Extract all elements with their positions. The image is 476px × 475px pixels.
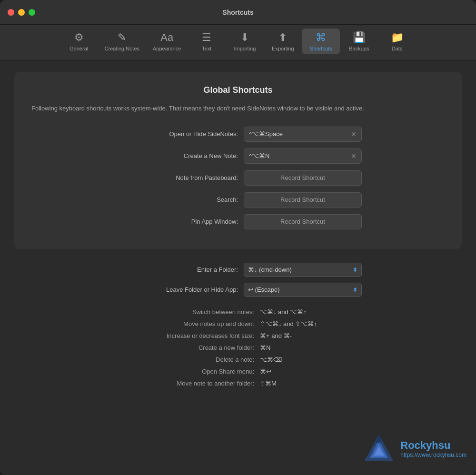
record-shortcut-search-button[interactable]: Record Shortcut [244, 192, 362, 208]
tab-data-label: Data [392, 46, 403, 51]
backups-icon: 💾 [353, 31, 366, 44]
tab-shortcuts-label: Shortcuts [310, 46, 332, 51]
info-row-switch-notes: Switch between notes: ⌥⌘↓ and ⌥⌘↑ [29, 308, 447, 316]
shortcuts-icon: ⌘ [316, 31, 326, 44]
dropdown-leave-folder-chevron-icon: ⬍ [353, 287, 357, 293]
tab-backups-label: Backups [349, 46, 369, 51]
tab-backups[interactable]: 💾 Backups [340, 29, 378, 54]
info-label-new-folder: Create a new folder: [111, 344, 254, 351]
app-window: Shortcuts ⚙ General ✎ Creating Notes Aa … [0, 0, 476, 475]
clear-open-hide-button[interactable]: ✕ [351, 131, 357, 138]
tab-text[interactable]: ☰ Text [188, 29, 226, 54]
record-shortcut-pasteboard-button[interactable]: Record Shortcut [244, 170, 362, 186]
tab-shortcuts[interactable]: ⌘ Shortcuts [302, 29, 340, 54]
dropdown-label-leave-folder: Leave Folder or Hide App: [114, 286, 238, 293]
toolbar: ⚙ General ✎ Creating Notes Aa Appearance… [0, 25, 476, 60]
dropdown-value-leave-folder: ↩ (Escape) [248, 286, 280, 293]
shortcut-row-pasteboard: Note from Pasteboard: Record Shortcut [31, 170, 445, 186]
info-label-move-folder: Move note to another folder: [111, 380, 254, 387]
tab-general[interactable]: ⚙ General [60, 29, 98, 54]
info-value-switch-notes: ⌥⌘↓ and ⌥⌘↑ [260, 308, 365, 316]
card-description: Following keyboard shortcuts works syste… [31, 104, 445, 113]
info-value-move-folder: ⇧⌘M [260, 380, 365, 387]
importing-icon: ⬇ [240, 31, 249, 44]
tab-exporting-label: Exporting [272, 46, 294, 51]
dropdown-value-enter-folder: ⌘↓ (cmd-down) [248, 266, 292, 273]
dropdown-enter-folder-chevron-icon: ⬍ [353, 267, 357, 273]
main-content: Global Shortcuts Following keyboard shor… [0, 60, 476, 403]
tab-exporting[interactable]: ⬆ Exporting [264, 29, 302, 54]
svg-marker-5 [376, 435, 382, 443]
watermark: Rockyhsu https://www.rockyhsu.com [362, 432, 466, 465]
clear-new-note-button[interactable]: ✕ [351, 153, 357, 159]
dropdown-enter-folder-text: ⌘↓ (cmd-down) [248, 266, 292, 273]
dropdown-leave-folder-text: ↩ (Escape) [248, 286, 280, 293]
tab-general-label: General [69, 46, 88, 51]
info-value-new-folder: ⌘N [260, 344, 365, 351]
info-row-new-folder: Create a new folder: ⌘N [29, 344, 447, 351]
shortcut-label-new-note: Create a New Note: [114, 152, 238, 159]
exporting-icon: ⬆ [278, 31, 287, 44]
watermark-logo-icon [362, 432, 396, 465]
info-value-delete-note: ⌥⌘⌫ [260, 356, 365, 363]
watermark-url: https://www.rockyhsu.com [400, 452, 466, 458]
dropdown-select-enter-folder[interactable]: ⌘↓ (cmd-down) ⬍ [244, 263, 362, 277]
shortcut-row-pin: Pin App Window: Record Shortcut [31, 214, 445, 229]
info-row-move-folder: Move note to another folder: ⇧⌘M [29, 380, 447, 387]
info-label-font-size: Increase or decreases font size: [111, 332, 254, 339]
info-label-move-notes: Move notes up and down: [111, 320, 254, 327]
general-icon: ⚙ [74, 31, 84, 44]
window-title: Shortcuts [222, 9, 253, 16]
main-wrapper: Global Shortcuts Following keyboard shor… [0, 60, 476, 475]
data-icon: 📁 [391, 31, 404, 44]
info-section: Switch between notes: ⌥⌘↓ and ⌥⌘↑ Move n… [14, 308, 462, 387]
dropdown-select-leave-folder[interactable]: ↩ (Escape) ⬍ [244, 283, 362, 297]
record-shortcut-pin-button[interactable]: Record Shortcut [244, 214, 362, 229]
tab-appearance[interactable]: Aa Appearance [146, 29, 188, 54]
tab-data[interactable]: 📁 Data [378, 29, 416, 54]
appearance-icon: Aa [160, 31, 173, 44]
card-title: Global Shortcuts [31, 85, 445, 95]
info-value-move-notes: ⇧⌥⌘↓ and ⇧⌥⌘↑ [260, 320, 365, 327]
creating-notes-icon: ✎ [118, 31, 126, 44]
shortcut-row-search: Search: Record Shortcut [31, 192, 445, 208]
shortcut-value-new-note: ^⌥⌘N [249, 152, 270, 159]
watermark-text: Rockyhsu https://www.rockyhsu.com [400, 439, 466, 458]
global-shortcuts-card: Global Shortcuts Following keyboard shor… [14, 72, 462, 249]
tab-importing-label: Importing [234, 46, 256, 51]
tab-text-label: Text [202, 46, 211, 51]
tab-creating-notes-label: Creating Notes [105, 46, 139, 51]
dropdown-row-leave-folder: Leave Folder or Hide App: ↩ (Escape) ⬍ [29, 283, 447, 297]
shortcut-value-open-hide: ^⌥⌘Space [249, 130, 283, 138]
info-row-delete-note: Delete a note: ⌥⌘⌫ [29, 356, 447, 363]
dropdown-row-enter-folder: Enter a Folder: ⌘↓ (cmd-down) ⬍ [29, 263, 447, 277]
info-row-share-menu: Open Share menu: ⌘↩ [29, 368, 447, 375]
shortcut-label-search: Search: [114, 196, 238, 203]
info-label-delete-note: Delete a note: [111, 356, 254, 363]
dropdown-section: Enter a Folder: ⌘↓ (cmd-down) ⬍ Leave Fo… [14, 263, 462, 297]
info-label-share-menu: Open Share menu: [111, 368, 254, 375]
shortcut-row-new-note: Create a New Note: ^⌥⌘N ✕ [31, 148, 445, 164]
shortcut-label-pasteboard: Note from Pasteboard: [114, 174, 238, 181]
tab-appearance-label: Appearance [153, 46, 181, 51]
info-row-font-size: Increase or decreases font size: ⌘+ and … [29, 332, 447, 339]
shortcut-label-pin: Pin App Window: [114, 218, 238, 225]
minimize-button[interactable] [18, 9, 25, 16]
text-icon: ☰ [202, 31, 211, 44]
shortcut-input-new-note[interactable]: ^⌥⌘N ✕ [244, 148, 362, 164]
traffic-lights [8, 9, 35, 16]
titlebar: Shortcuts [0, 0, 476, 25]
info-row-move-notes: Move notes up and down: ⇧⌥⌘↓ and ⇧⌥⌘↑ [29, 320, 447, 327]
info-value-font-size: ⌘+ and ⌘- [260, 332, 365, 339]
info-label-switch-notes: Switch between notes: [111, 308, 254, 316]
watermark-name: Rockyhsu [400, 439, 450, 452]
dropdown-label-enter-folder: Enter a Folder: [114, 266, 238, 273]
shortcut-input-open-hide[interactable]: ^⌥⌘Space ✕ [244, 127, 362, 142]
tab-importing[interactable]: ⬇ Importing [226, 29, 264, 54]
info-value-share-menu: ⌘↩ [260, 368, 365, 375]
shortcut-label-open-hide: Open or Hide SideNotes: [114, 130, 238, 138]
close-button[interactable] [8, 9, 14, 16]
maximize-button[interactable] [29, 9, 35, 16]
tab-creating-notes[interactable]: ✎ Creating Notes [98, 29, 146, 54]
shortcut-row-open-hide: Open or Hide SideNotes: ^⌥⌘Space ✕ [31, 127, 445, 142]
